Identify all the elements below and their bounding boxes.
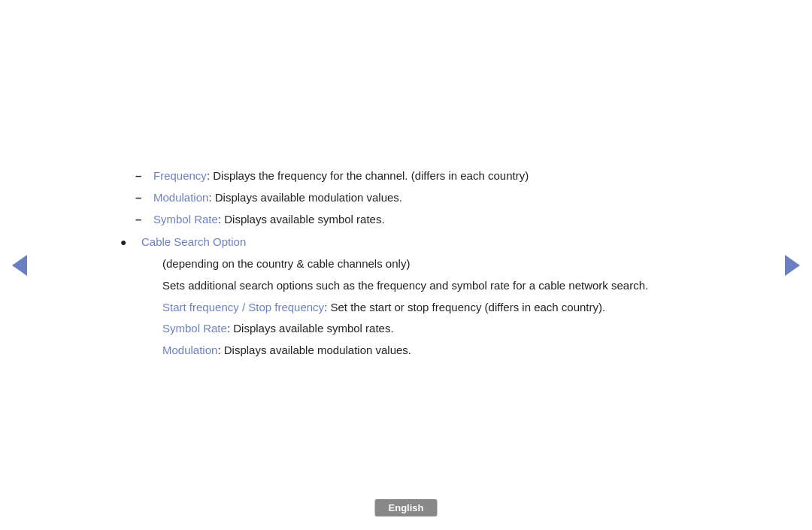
term-start-stop: Start frequency / Stop frequency [162,301,324,313]
cable-search-description: Sets additional search options such as t… [162,277,714,295]
sublist-item-modulation: Modulation: Displays available modulatio… [135,189,714,207]
right-arrow-icon [785,255,800,276]
desc-symbolrate-2: : Displays available symbol rates. [227,322,394,335]
term-symbolrate-2: Symbol Rate [162,322,227,335]
term-symbolrate: Symbol Rate [153,213,218,226]
desc-symbolrate: : Displays available symbol rates. [218,213,385,226]
sublist: Frequency: Displays the frequency for th… [113,167,714,229]
language-label: English [389,502,424,513]
desc-modulation: : Displays available modulation values. [208,191,402,204]
content-area: Frequency: Displays the frequency for th… [68,152,744,378]
language-bar: English [375,499,438,516]
nav-arrow-left[interactable] [9,252,30,279]
page-container: Frequency: Displays the frequency for th… [0,0,812,530]
term-modulation-2: Modulation [162,344,217,356]
desc-frequency: : Displays the frequency for the channel… [207,169,529,182]
bullet-list: Cable Search Option (depending on the co… [113,233,714,360]
sublist-item-frequency: Frequency: Displays the frequency for th… [135,167,714,186]
start-stop-freq: Start frequency / Stop frequency: Set th… [162,298,714,317]
nav-arrow-right[interactable] [782,252,803,279]
left-arrow-icon [12,255,27,276]
cable-search-note: (depending on the country & cable channe… [162,255,714,274]
term-modulation: Modulation [153,191,208,204]
desc-start-stop: : Set the start or stop frequency (diffe… [324,301,605,313]
sublist-item-symbolrate: Symbol Rate: Displays available symbol r… [135,210,714,229]
term-frequency: Frequency [153,169,207,182]
modulation-2: Modulation: Displays available modulatio… [162,341,714,360]
symbol-rate-2: Symbol Rate: Displays available symbol r… [162,320,714,338]
bullet-item-cable: Cable Search Option (depending on the co… [120,233,714,360]
cable-search-body: (depending on the country & cable channe… [141,255,714,360]
desc-modulation-2: : Displays available modulation values. [217,344,411,356]
cable-search-heading: Cable Search Option [141,235,246,248]
